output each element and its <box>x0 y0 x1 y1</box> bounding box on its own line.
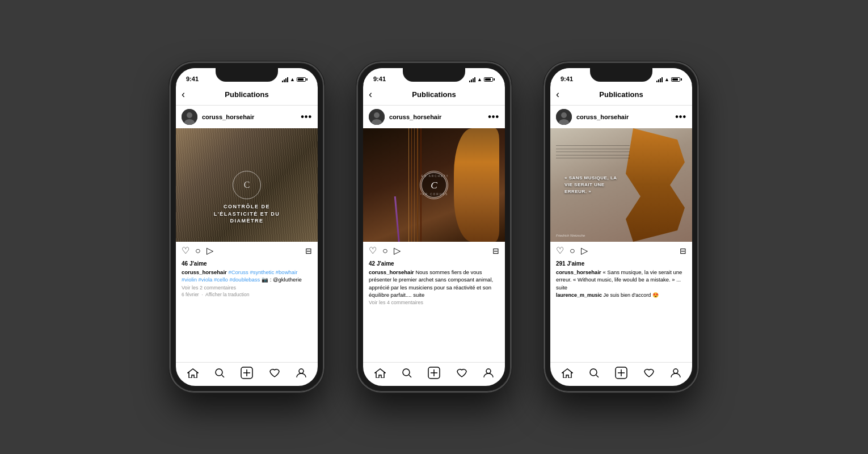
username-3[interactable]: coruss_horsehair <box>576 114 671 120</box>
share-icon-1[interactable]: ▷ <box>207 245 213 256</box>
svg-text:LES ARCHETS: LES ARCHETS <box>420 175 448 178</box>
back-button-2[interactable]: ‹ <box>369 89 372 100</box>
add-icon-1[interactable] <box>241 367 253 382</box>
bottom-nav-1 <box>176 362 318 386</box>
post-image-1: C CONTRÔLE DE L'ÉLASTICITÉ ET DU DIAMÈTR… <box>176 128 318 242</box>
add-icon-2[interactable] <box>428 367 440 382</box>
post-content-2: 42 J'aime coruss_horsehair Nous sommes f… <box>363 259 505 309</box>
signal-icon-1 <box>282 77 288 82</box>
comment-icon-1[interactable]: ○ <box>195 246 201 256</box>
add-icon-3[interactable] <box>615 367 627 382</box>
comment-row-3: laurence_m_music Je suis bien d'accord 😍 <box>556 292 686 298</box>
status-icons-2: ▲ <box>469 77 495 82</box>
svg-text:C: C <box>431 180 437 191</box>
more-menu-2[interactable]: ••• <box>488 112 499 122</box>
status-time-2: 9:41 <box>373 75 386 82</box>
svg-line-4 <box>222 375 224 377</box>
nav-header-3: ‹ Publications <box>550 84 692 106</box>
svg-point-25 <box>590 369 597 376</box>
profile-icon-2[interactable] <box>483 368 494 381</box>
share-icon-3[interactable]: ▷ <box>581 245 588 256</box>
comment-icon-2[interactable]: ○ <box>382 246 388 256</box>
like-icon-3[interactable]: ♡ <box>556 245 564 256</box>
profile-icon-1[interactable] <box>296 368 306 381</box>
svg-line-26 <box>596 375 599 377</box>
post-image-2: C LES ARCHETS PAR CORUSS <box>363 128 505 242</box>
bookmark-icon-3[interactable]: ⊟ <box>680 246 686 255</box>
search-icon-2[interactable] <box>402 368 412 381</box>
share-icon-2[interactable]: ▷ <box>394 245 401 256</box>
svg-text:PAR CORUSS: PAR CORUSS <box>420 193 448 196</box>
profile-icon-3[interactable] <box>671 368 681 381</box>
phone-3: 9:41 ▲ ‹ Publications <box>545 62 698 392</box>
see-comments-1[interactable]: Voir les 2 commentaires <box>182 285 312 291</box>
search-icon-1[interactable] <box>214 368 225 381</box>
profile-row-2: coruss_horsehair ••• <box>363 106 505 128</box>
svg-point-16 <box>403 369 410 376</box>
like-icon-2[interactable]: ♡ <box>369 245 377 256</box>
signal-icon-2 <box>469 77 475 82</box>
back-button-1[interactable]: ‹ <box>182 89 185 100</box>
profile-row-3: coruss_horsehair ••• <box>550 106 692 128</box>
wifi-icon-1: ▲ <box>290 77 295 82</box>
search-icon-3[interactable] <box>589 368 599 381</box>
comment-icon-3[interactable]: ○ <box>570 246 575 256</box>
translate-link-1[interactable]: Afficher la traduction <box>205 292 249 297</box>
phone-2: 9:41 ▲ ‹ Publications <box>357 62 511 392</box>
more-menu-1[interactable]: ••• <box>301 112 312 122</box>
date-1: 6 février <box>182 292 199 297</box>
caption-user-3[interactable]: coruss_horsehair <box>556 269 601 275</box>
logo-circle-1: C <box>233 171 261 199</box>
quote-attribution-3: Friedrich Nietzsche <box>556 234 585 237</box>
heart-icon-1[interactable] <box>269 368 280 381</box>
caption-2: coruss_horsehair Nous sommes fiers de vo… <box>369 268 499 299</box>
svg-point-3 <box>216 369 222 376</box>
phone-screen-2: 9:41 ▲ ‹ Publications <box>363 68 505 386</box>
caption-user-2[interactable]: coruss_horsehair <box>369 269 414 275</box>
commenter-3[interactable]: laurence_m_music <box>556 292 602 298</box>
username-1[interactable]: coruss_horsehair <box>202 114 296 120</box>
bookmark-icon-1[interactable]: ⊟ <box>305 246 312 255</box>
likes-1: 46 J'aime <box>182 260 312 267</box>
like-icon-1[interactable]: ♡ <box>182 245 189 256</box>
back-button-3[interactable]: ‹ <box>556 89 559 100</box>
heart-icon-2[interactable] <box>456 368 467 381</box>
avatar-3[interactable] <box>556 109 572 125</box>
bookmark-icon-2[interactable]: ⊟ <box>492 246 499 255</box>
svg-point-1 <box>187 112 192 118</box>
wifi-icon-2: ▲ <box>477 77 482 82</box>
nav-title-3: Publications <box>599 90 643 99</box>
phone-screen-3: 9:41 ▲ ‹ Publications <box>550 68 692 386</box>
battery-icon-2 <box>484 77 495 82</box>
svg-point-30 <box>673 369 678 373</box>
status-time-1: 9:41 <box>186 75 199 82</box>
phone-screen-1: 9:41 ▲ ‹ Publications <box>176 68 318 386</box>
home-icon-3[interactable] <box>562 368 573 381</box>
notch-1 <box>216 68 278 82</box>
heart-icon-3[interactable] <box>643 368 655 381</box>
status-icons-3: ▲ <box>656 77 682 82</box>
svg-point-8 <box>299 369 304 373</box>
profile-row-1: coruss_horsehair ••• <box>176 106 318 128</box>
home-icon-1[interactable] <box>187 368 199 381</box>
more-menu-3[interactable]: ••• <box>675 112 686 122</box>
logo-circle-2: C LES ARCHETS PAR CORUSS <box>420 171 448 199</box>
username-2[interactable]: coruss_horsehair <box>389 114 483 120</box>
caption-user-1[interactable]: coruss_horsehair <box>182 269 227 275</box>
avatar-1[interactable] <box>182 109 197 125</box>
status-icons-1: ▲ <box>282 77 307 82</box>
likes-2: 42 J'aime <box>369 260 499 267</box>
avatar-2[interactable] <box>369 109 385 125</box>
nav-header-1: ‹ Publications <box>176 84 318 106</box>
action-bar-3: ♡ ○ ▷ ⊟ <box>550 242 692 259</box>
see-comments-2[interactable]: Voir les 4 commentaires <box>369 300 499 305</box>
svg-point-10 <box>374 112 380 118</box>
likes-3: 291 J'aime <box>556 260 686 267</box>
battery-icon-1 <box>297 77 307 82</box>
post-content-3: 291 J'aime coruss_horsehair « Sans musiq… <box>550 259 692 301</box>
nav-header-2: ‹ Publications <box>363 84 505 106</box>
wifi-icon-3: ▲ <box>664 77 669 82</box>
battery-icon-3 <box>671 77 682 82</box>
phone-1: 9:41 ▲ ‹ Publications <box>170 62 323 392</box>
home-icon-2[interactable] <box>374 368 386 381</box>
